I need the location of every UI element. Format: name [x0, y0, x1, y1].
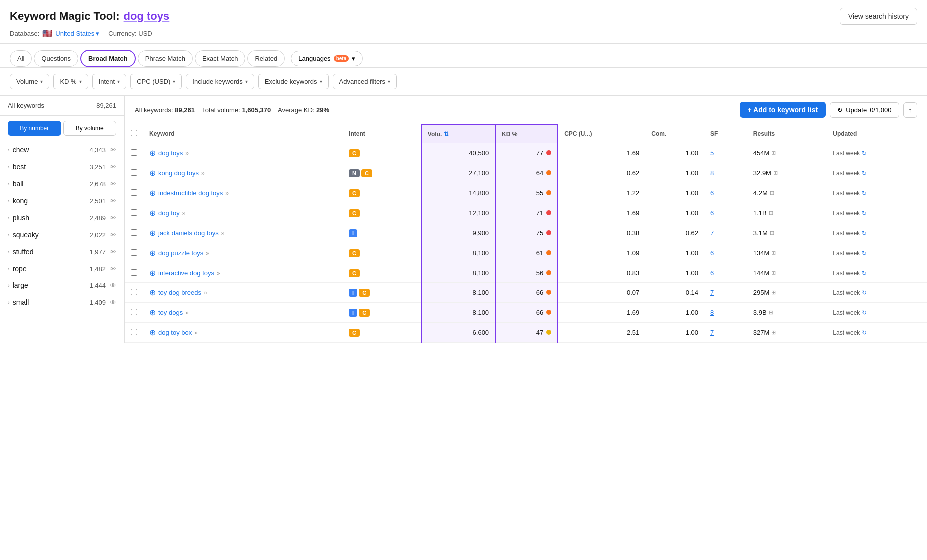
keyword-link[interactable]: ⊕ dog toy » — [149, 208, 337, 218]
sidebar-item-chew[interactable]: › chew 4,343 👁 — [0, 141, 124, 158]
eye-icon[interactable]: 👁 — [110, 231, 116, 239]
filter-intent-button[interactable]: Intent▾ — [92, 74, 127, 89]
refresh-icon[interactable]: ↻ — [862, 270, 867, 277]
refresh-icon[interactable]: ↻ — [862, 250, 867, 257]
sf-link[interactable]: 7 — [710, 289, 714, 296]
eye-icon[interactable]: 👁 — [110, 282, 116, 289]
eye-icon[interactable]: 👁 — [110, 299, 116, 306]
chevron-right-icon: › — [8, 147, 10, 153]
keyword-link[interactable]: ⊕ interactive dog toys » — [149, 268, 337, 278]
filter-exclude-button[interactable]: Exclude keywords▾ — [258, 74, 329, 89]
row-checkbox[interactable] — [131, 309, 137, 315]
chevron-down-icon: ▾ — [245, 79, 248, 84]
row-checkbox[interactable] — [131, 269, 137, 276]
results-value: 327M — [753, 329, 770, 336]
tab-all[interactable]: All — [10, 50, 32, 67]
keyword-link[interactable]: ⊕ indestructible dog toys » — [149, 188, 337, 198]
refresh-icon[interactable]: ↻ — [862, 329, 867, 336]
filter-cpc-button[interactable]: CPC (USD)▾ — [130, 74, 182, 89]
sidebar-item-small[interactable]: › small 1,409 👁 — [0, 294, 124, 311]
sf-link[interactable]: 6 — [710, 269, 714, 277]
tab-phrase-match[interactable]: Phrase Match — [138, 50, 193, 67]
sidebar-item-stuffed[interactable]: › stuffed 1,977 👁 — [0, 243, 124, 260]
keyword-link[interactable]: ⊕ dog toys » — [149, 148, 337, 158]
sidebar-item-large[interactable]: › large 1,444 👁 — [0, 277, 124, 294]
tab-questions[interactable]: Questions — [34, 50, 78, 67]
refresh-icon[interactable]: ↻ — [862, 150, 867, 157]
row-checkbox[interactable] — [131, 149, 137, 156]
refresh-icon[interactable]: ↻ — [862, 190, 867, 197]
results-icon: ⊞ — [771, 250, 776, 256]
col-label: CPC (U...) — [564, 130, 592, 137]
eye-icon[interactable]: 👁 — [110, 265, 116, 273]
keyword-link[interactable]: ⊕ kong dog toys » — [149, 168, 337, 178]
tab-exact-match[interactable]: Exact Match — [195, 50, 246, 67]
tab-related[interactable]: Related — [247, 50, 285, 67]
sort-by-number-btn[interactable]: By number — [8, 121, 61, 136]
table-row: ⊕ dog toy box » C 6,600 47 2.51 1.00 7 3… — [125, 323, 927, 343]
update-button[interactable]: ↻ Update 0/1,000 — [830, 102, 899, 118]
sidebar-item-ball[interactable]: › ball 2,678 👁 — [0, 175, 124, 192]
sf-link[interactable]: 8 — [710, 169, 714, 177]
sf-link[interactable]: 6 — [710, 189, 714, 197]
add-to-keyword-list-button[interactable]: + Add to keyword list — [740, 102, 826, 118]
eye-icon[interactable]: 👁 — [110, 180, 116, 188]
database-link[interactable]: United States ▾ — [55, 30, 99, 37]
refresh-icon[interactable]: ↻ — [862, 309, 867, 316]
eye-icon[interactable]: 👁 — [110, 146, 116, 154]
sidebar-item-rope[interactable]: › rope 1,482 👁 — [0, 260, 124, 277]
select-all-checkbox[interactable] — [131, 130, 137, 136]
row-checkbox[interactable] — [131, 189, 137, 196]
keyword-link[interactable]: ⊕ toy dogs » — [149, 308, 337, 317]
row-checkbox[interactable] — [131, 289, 137, 295]
sf-cell: 7 — [704, 323, 747, 343]
refresh-icon[interactable]: ↻ — [862, 289, 867, 296]
keyword-cell: ⊕ toy dog breeds » — [143, 283, 343, 303]
export-button[interactable]: ↑ — [903, 102, 918, 118]
keyword-link[interactable]: ⊕ dog puzzle toys » — [149, 248, 337, 258]
row-checkbox[interactable] — [131, 329, 137, 335]
view-history-button[interactable]: View search history — [840, 8, 917, 25]
filter-advanced-button[interactable]: Advanced filters▾ — [333, 74, 397, 89]
filter-kd-button[interactable]: KD %▾ — [53, 74, 88, 89]
sidebar-item-squeaky[interactable]: › squeaky 2,022 👁 — [0, 226, 124, 243]
col-label: SF — [710, 130, 718, 137]
sidebar-item-label: small — [13, 298, 29, 306]
eye-icon[interactable]: 👁 — [110, 248, 116, 256]
filter-include-button[interactable]: Include keywords▾ — [186, 74, 254, 89]
sidebar-item-plush[interactable]: › plush 2,489 👁 — [0, 209, 124, 226]
row-checkbox[interactable] — [131, 229, 137, 236]
sf-link[interactable]: 5 — [710, 149, 714, 157]
col-header-volume[interactable]: Volu.⇅ — [421, 125, 495, 143]
row-checkbox[interactable] — [131, 249, 137, 256]
eye-icon[interactable]: 👁 — [110, 197, 116, 205]
com-cell: 1.00 — [645, 243, 704, 263]
sf-link[interactable]: 6 — [710, 209, 714, 217]
kd-dot — [546, 210, 551, 215]
eye-icon[interactable]: 👁 — [110, 214, 116, 222]
keyword-link[interactable]: ⊕ jack daniels dog toys » — [149, 228, 337, 238]
row-checkbox[interactable] — [131, 169, 137, 176]
filter-volume-button[interactable]: Volume▾ — [10, 74, 49, 89]
sort-by-volume-btn[interactable]: By volume — [63, 121, 117, 136]
refresh-icon[interactable]: ↻ — [862, 210, 867, 217]
com-cell: 1.00 — [645, 183, 704, 203]
keyword-link[interactable]: ⊕ toy dog breeds » — [149, 288, 337, 297]
keyword-link[interactable]: ⊕ dog toy box » — [149, 328, 337, 337]
sf-link[interactable]: 6 — [710, 249, 714, 257]
sf-link[interactable]: 8 — [710, 309, 714, 316]
languages-button[interactable]: Languages beta ▾ — [291, 51, 363, 66]
sidebar-item-best[interactable]: › best 3,251 👁 — [0, 158, 124, 175]
eye-icon[interactable]: 👁 — [110, 163, 116, 171]
sf-link[interactable]: 7 — [710, 329, 714, 336]
refresh-icon[interactable]: ↻ — [862, 230, 867, 237]
sidebar-item-kong[interactable]: › kong 2,501 👁 — [0, 192, 124, 209]
keyword-cell: ⊕ indestructible dog toys » — [143, 183, 343, 203]
row-checkbox-cell — [125, 163, 143, 183]
plus-icon: ⊕ — [149, 308, 156, 317]
row-checkbox[interactable] — [131, 209, 137, 216]
tab-broad-match[interactable]: Broad Match — [80, 50, 136, 67]
refresh-icon[interactable]: ↻ — [862, 170, 867, 177]
kd-dot — [546, 170, 551, 175]
sf-link[interactable]: 7 — [710, 229, 714, 237]
